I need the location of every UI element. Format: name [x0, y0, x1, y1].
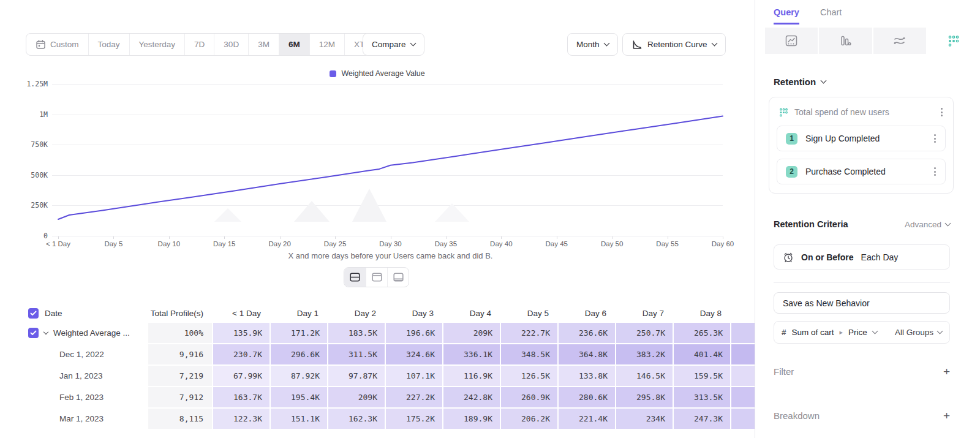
table-view-button[interactable] — [387, 268, 409, 287]
line-chart-type-button[interactable] — [765, 28, 818, 54]
kebab-menu-icon[interactable] — [932, 132, 938, 145]
granularity-button[interactable]: Month — [567, 33, 618, 56]
retention-value-cell[interactable]: 175.2K — [386, 409, 442, 429]
retention-value-cell[interactable]: 122.3K — [213, 409, 270, 429]
column-header-day-6[interactable]: Day 6 — [559, 301, 615, 325]
bar-chart-type-button[interactable] — [819, 28, 872, 54]
behavior-step-1[interactable]: 1Sign Up Completed — [777, 126, 946, 151]
column-header--1-day[interactable]: < 1 Day — [213, 301, 270, 325]
column-header-day-4[interactable]: Day 4 — [443, 301, 500, 325]
retention-value-cell[interactable]: 151.1K — [271, 409, 327, 429]
range-7d[interactable]: 7D — [184, 34, 214, 55]
retention-value-cell[interactable]: 234K — [616, 409, 673, 429]
retention-value-cell[interactable]: 206.2K — [501, 409, 557, 429]
retention-value-cell[interactable]: 209K — [443, 323, 500, 343]
advanced-dropdown[interactable]: Advanced — [905, 220, 950, 229]
column-header-day-1[interactable]: Day 1 — [271, 301, 327, 325]
compare-button[interactable]: Compare — [363, 33, 424, 56]
measure-card[interactable]: # Sum of cart ▸ Price All Groups — [774, 321, 950, 344]
retention-value-cell[interactable]: 196.6K — [386, 323, 442, 343]
tab-query[interactable]: Query — [774, 7, 799, 25]
retention-section-header[interactable]: Retention — [774, 77, 826, 87]
retention-value-cell[interactable]: 107.1K — [386, 366, 442, 386]
retention-value-cell[interactable]: 171.2K — [271, 323, 327, 343]
retention-value-cell[interactable]: 116.9K — [443, 366, 500, 386]
date-range-group: CustomTodayYesterday7D30D3M6M12MXTD — [26, 33, 389, 56]
retention-value-cell[interactable]: 230.7K — [213, 344, 270, 364]
retention-value-cell[interactable]: 280.6K — [559, 387, 615, 407]
retention-value-cell[interactable]: 195.4K — [271, 387, 327, 407]
retention-value-cell[interactable]: 183.5K — [328, 323, 385, 343]
retention-value-cell[interactable]: 295.8K — [616, 387, 673, 407]
row-label-cell[interactable]: Weighted Average ... — [0, 323, 147, 343]
column-header-total-profile-s-[interactable]: Total Profile(s) — [148, 301, 212, 325]
column-header-day-8[interactable]: Day 8 — [674, 301, 730, 325]
retention-value-cell[interactable]: 222.7K — [501, 323, 557, 343]
tab-chart[interactable]: Chart — [820, 7, 842, 25]
column-header-day-5[interactable]: Day 5 — [501, 301, 557, 325]
column-header-day-7[interactable]: Day 7 — [616, 301, 673, 325]
checkbox-checked[interactable] — [28, 328, 39, 338]
chart-type-button[interactable]: Retention Curve — [622, 33, 726, 56]
flow-chart-type-button[interactable] — [873, 28, 926, 54]
kebab-menu-icon[interactable] — [932, 165, 938, 178]
retention-value-cell[interactable]: 247.3K — [674, 409, 730, 429]
range-label: 6M — [288, 40, 300, 49]
retention-value-cell[interactable]: 227.2K — [386, 387, 442, 407]
row-label-cell[interactable]: Mar 1, 2023 — [0, 409, 147, 429]
retention-chart-type-button[interactable] — [927, 28, 980, 54]
retention-value-cell[interactable]: 313.5K — [674, 387, 730, 407]
chevron-down-icon[interactable] — [43, 330, 48, 334]
retention-value-cell[interactable]: 324.6K — [386, 344, 442, 364]
range-yesterday[interactable]: Yesterday — [129, 34, 185, 55]
retention-value-cell[interactable]: 162.3K — [328, 409, 385, 429]
kebab-menu-icon[interactable] — [939, 106, 944, 118]
retention-value-cell[interactable]: 311.5K — [328, 344, 385, 364]
retention-value-cell[interactable]: 146.5K — [616, 366, 673, 386]
retention-value-cell[interactable]: 159.5K — [674, 366, 730, 386]
retention-value-cell[interactable]: 336.1K — [443, 344, 500, 364]
range-today[interactable]: Today — [88, 34, 129, 55]
retention-value-cell[interactable]: 87.92K — [271, 366, 327, 386]
chart-view-button[interactable] — [366, 268, 387, 287]
retention-value-cell[interactable]: 163.7K — [213, 387, 270, 407]
criteria-timing-card[interactable]: On or Before Each Day — [774, 244, 950, 270]
retention-value-cell[interactable]: 126.5K — [501, 366, 557, 386]
range-6m[interactable]: 6M — [279, 34, 309, 55]
behavior-card: Total spend of new users 1Sign Up Comple… — [769, 97, 954, 194]
retention-value-cell[interactable]: 348.5K — [501, 344, 557, 364]
retention-value-cell[interactable]: 209K — [328, 387, 385, 407]
retention-value-cell[interactable]: 97.87K — [328, 366, 385, 386]
retention-value-cell[interactable]: 260.9K — [501, 387, 557, 407]
retention-value-cell[interactable]: 250.7K — [616, 323, 673, 343]
column-header-date[interactable]: Date — [0, 301, 147, 325]
row-label-cell[interactable]: Feb 1, 2023 — [0, 387, 147, 407]
save-as-new-behavior-button[interactable]: Save as New Behavior — [774, 292, 950, 314]
retention-value-cell[interactable]: 221.4K — [559, 409, 615, 429]
row-label-cell[interactable]: Dec 1, 2022 — [0, 344, 147, 364]
retention-value-cell[interactable]: 135.9K — [213, 323, 270, 343]
retention-value-cell[interactable]: 133.8K — [559, 366, 615, 386]
row-label-cell[interactable]: Jan 1, 2023 — [0, 366, 147, 386]
retention-value-cell[interactable]: 265.3K — [674, 323, 730, 343]
retention-value-cell[interactable]: 383.2K — [616, 344, 673, 364]
range-30d[interactable]: 30D — [214, 34, 248, 55]
retention-value-cell[interactable]: 236.6K — [559, 323, 615, 343]
add-breakdown-button[interactable]: + — [943, 410, 950, 421]
retention-value-cell[interactable]: 242.8K — [443, 387, 500, 407]
range-12m[interactable]: 12M — [309, 34, 344, 55]
behavior-step-2[interactable]: 2Purchase Completed — [777, 159, 946, 184]
range-3m[interactable]: 3M — [248, 34, 279, 55]
add-filter-button[interactable]: + — [943, 366, 950, 377]
column-header-day-3[interactable]: Day 3 — [386, 301, 442, 325]
all-groups-dropdown[interactable]: All Groups — [895, 328, 942, 337]
checkbox-checked[interactable] — [28, 308, 39, 319]
split-view-button[interactable] — [344, 268, 366, 287]
retention-value-cell[interactable]: 364.8K — [559, 344, 615, 364]
retention-value-cell[interactable]: 296.6K — [271, 344, 327, 364]
retention-value-cell[interactable]: 401.4K — [674, 344, 730, 364]
retention-value-cell[interactable]: 189.9K — [443, 409, 500, 429]
column-header-day-2[interactable]: Day 2 — [328, 301, 385, 325]
retention-value-cell[interactable]: 67.99K — [213, 366, 270, 386]
range-custom[interactable]: Custom — [26, 34, 88, 55]
